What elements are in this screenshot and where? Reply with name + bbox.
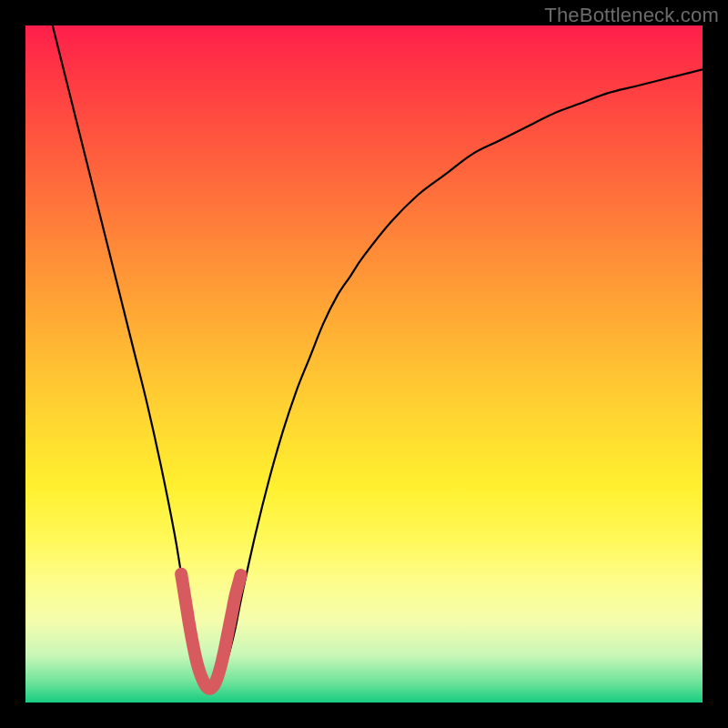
watermark-label: TheBottleneck.com	[544, 4, 719, 27]
bottleneck-chart	[25, 25, 703, 703]
optimum-marker-path	[181, 574, 240, 689]
bottleneck-curve-path	[53, 25, 703, 691]
chart-plot-area	[25, 25, 703, 703]
